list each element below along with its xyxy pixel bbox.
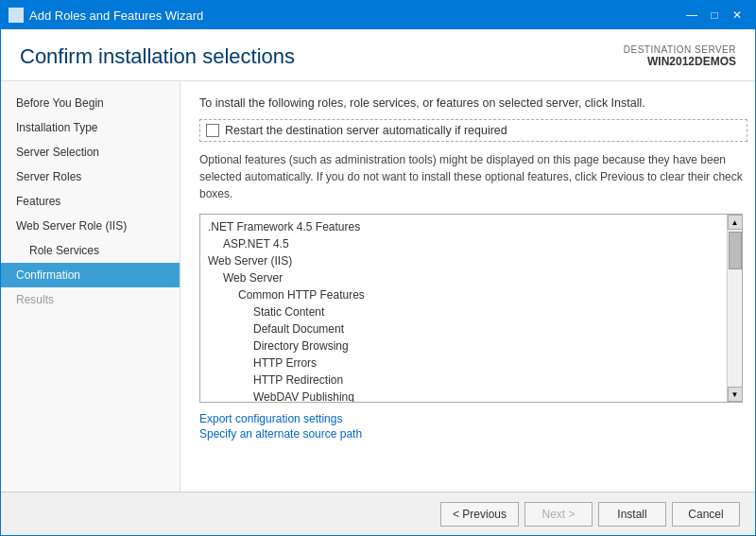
feature-item: HTTP Errors [200, 354, 727, 372]
nav-item-server-selection[interactable]: Server Selection [1, 140, 180, 164]
restart-checkbox[interactable] [206, 124, 219, 137]
nav-item-role-services[interactable]: Role Services [1, 238, 180, 263]
previous-button[interactable]: < Previous [440, 502, 519, 527]
restart-checkbox-label: Restart the destination server automatic… [225, 124, 507, 137]
feature-item: .NET Framework 4.5 Features [200, 218, 727, 235]
window-title: Add Roles and Features Wizard [29, 9, 203, 23]
sidebar: Before You BeginInstallation TypeServer … [1, 81, 180, 492]
main-content: To install the following roles, role ser… [180, 81, 755, 492]
feature-item: ASP.NET 4.5 [200, 235, 727, 252]
nav-item-confirmation[interactable]: Confirmation [1, 263, 180, 287]
maximize-button[interactable]: □ [704, 6, 725, 25]
install-button[interactable]: Install [598, 502, 666, 527]
scroll-down-button[interactable]: ▼ [728, 387, 743, 402]
wizard-window: Add Roles and Features Wizard — □ ✕ Conf… [0, 0, 756, 536]
nav-item-before-you-begin[interactable]: Before You Begin [1, 91, 180, 115]
link-specify-an-alternate-source-path[interactable]: Specify an alternate source path [199, 427, 736, 441]
nav-item-server-roles[interactable]: Server Roles [1, 164, 180, 189]
scrollbar[interactable]: ▲ ▼ [727, 215, 742, 402]
next-button[interactable]: Next > [524, 502, 593, 527]
scroll-thumb[interactable] [729, 232, 742, 269]
features-list-container: .NET Framework 4.5 FeaturesASP.NET 4.5We… [199, 214, 743, 403]
links-area: Export configuration settingsSpecify an … [199, 412, 736, 441]
main-layout: Before You BeginInstallation TypeServer … [1, 81, 755, 492]
feature-item: Static Content [200, 303, 727, 320]
dest-server-label: DESTINATION SERVER [624, 44, 736, 55]
header-bar: Confirm installation selections DESTINAT… [1, 29, 755, 81]
nav-item-installation-type[interactable]: Installation Type [1, 115, 180, 140]
feature-item: Directory Browsing [200, 337, 727, 354]
window-controls: — □ ✕ [681, 6, 747, 25]
footer: < Previous Next > Install Cancel [1, 492, 755, 535]
nav-item-results: Results [1, 287, 180, 312]
scroll-up-button[interactable]: ▲ [728, 215, 743, 230]
feature-item: Web Server [200, 269, 727, 286]
close-button[interactable]: ✕ [727, 6, 747, 25]
link-export-configuration-settings[interactable]: Export configuration settings [199, 412, 736, 425]
title-bar: Add Roles and Features Wizard — □ ✕ [1, 1, 755, 29]
cancel-button[interactable]: Cancel [672, 502, 740, 527]
window-icon [9, 8, 24, 23]
page-title: Confirm installation selections [20, 44, 295, 69]
feature-item: WebDAV Publishing [200, 389, 727, 402]
destination-server-info: DESTINATION SERVER WIN2012DEMOS [624, 44, 736, 68]
nav-item-features[interactable]: Features [1, 189, 180, 214]
feature-item: Common HTTP Features [200, 286, 727, 303]
feature-item: HTTP Redirection [200, 372, 727, 389]
feature-item: Web Server (IIS) [200, 252, 727, 269]
instruction-text: To install the following roles, role ser… [199, 96, 736, 110]
features-list[interactable]: .NET Framework 4.5 FeaturesASP.NET 4.5We… [200, 215, 727, 402]
restart-checkbox-row[interactable]: Restart the destination server automatic… [199, 119, 747, 142]
nav-item-web-server-role-(iis)[interactable]: Web Server Role (IIS) [1, 214, 180, 238]
optional-text: Optional features (such as administratio… [199, 151, 747, 202]
feature-item: Default Document [200, 320, 727, 337]
minimize-button[interactable]: — [681, 6, 702, 25]
dest-server-name: WIN2012DEMOS [624, 55, 736, 68]
svg-rect-1 [10, 10, 22, 13]
title-bar-left: Add Roles and Features Wizard [9, 8, 203, 23]
